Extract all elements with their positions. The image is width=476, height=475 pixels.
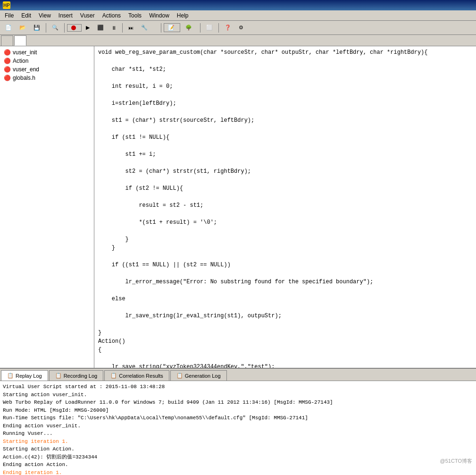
search-btn[interactable]: 🔍	[49, 22, 62, 34]
code-line-25: if ((st1 == NULL) || (st2 == NULL))	[96, 261, 474, 269]
tree-button[interactable]: 🌳	[181, 23, 198, 32]
play-btn[interactable]: ▶	[83, 22, 93, 34]
file-icon-globals: 🔴	[4, 75, 11, 81]
code-line-33: }	[96, 329, 474, 337]
pause-btn[interactable]: ⏸	[108, 22, 120, 34]
code-line-11	[96, 142, 474, 150]
sidebar: 🔴 vuser_init 🔴 Action 🔴 vuser_end 🔴 glob…	[0, 46, 94, 368]
menu-item-help[interactable]: Help	[173, 11, 192, 20]
bottom-tab-generation-log[interactable]: 📋Generation Log	[170, 370, 227, 381]
log-line-10: Ending action Action.	[3, 461, 473, 469]
file-icon-vuser-init: 🔴	[4, 49, 11, 56]
code-line-35: {	[96, 346, 474, 354]
tab-label: Replay Log	[16, 373, 42, 379]
tab-label: Correlation Results	[119, 373, 163, 379]
menu-item-insert[interactable]: Insert	[55, 11, 76, 20]
menu-item-window[interactable]: Window	[145, 11, 173, 20]
code-line-19	[96, 210, 474, 218]
tasks-button[interactable]	[152, 22, 159, 34]
code-line-20: *(st1 + result) = '\0';	[96, 218, 474, 227]
main-area: 🔴 vuser_init 🔴 Action 🔴 vuser_end 🔴 glob…	[0, 46, 476, 368]
log-line-6: Running Vuser...	[3, 430, 473, 438]
tab-icon: 📋	[55, 373, 62, 379]
bottom-tab-recording-log[interactable]: 📋Recording Log	[49, 370, 104, 381]
code-line-9	[96, 125, 474, 133]
open-btn[interactable]: 📂	[16, 22, 29, 34]
code-line-24	[96, 252, 474, 261]
settings-btn[interactable]: ⚙	[235, 22, 247, 34]
new-btn[interactable]: 📄	[2, 22, 15, 34]
menu-item-vuser[interactable]: Vuser	[76, 11, 99, 20]
tab-start-page[interactable]	[1, 35, 13, 46]
code-line-31: lr_save_string(lr_eval_string(st1), outp…	[96, 312, 474, 320]
code-line-13	[96, 159, 474, 167]
bottom-panel: 📋Replay Log📋Recording Log📋Correlation Re…	[0, 368, 476, 475]
globals-label: globals.h	[13, 75, 35, 81]
log-line-11: Ending iteration 1.	[3, 469, 473, 475]
compile-btn[interactable]: 🔧	[138, 22, 151, 34]
code-line-10: if (st1 != NULL){	[96, 133, 474, 142]
app-icon: HP	[3, 1, 10, 9]
code-line-12: st1 += i;	[96, 150, 474, 159]
bottom-tab-correlation-results[interactable]: 📋Correlation Results	[104, 370, 169, 381]
title-bar: HP	[0, 0, 476, 10]
log-line-2: Web Turbo Replay of LoadRunner 11.0.0 fo…	[3, 399, 473, 407]
code-line-6: i=strlen(leftBdry);	[96, 99, 474, 108]
file-icon-vuser-end: 🔴	[4, 66, 11, 73]
tree-icon: 🌳	[185, 25, 192, 31]
tab-label: Recording Log	[64, 373, 98, 379]
menu-item-file[interactable]: File	[1, 11, 17, 20]
sidebar-item-action[interactable]: 🔴 Action	[2, 57, 92, 65]
menu-item-edit[interactable]: Edit	[17, 11, 35, 20]
log-line-8: Starting action Action.	[3, 445, 473, 453]
script-button[interactable]: 📝	[164, 23, 180, 32]
code-line-16: if (st2 != NULL){	[96, 184, 474, 193]
code-line-23: }	[96, 244, 474, 252]
log-line-3: Run Mode: HTML [MsgId: MMSG-26000]	[3, 407, 473, 415]
code-line-8: st1 = (char*) strstr(sourceStr, leftBdry…	[96, 116, 474, 125]
code-line-30	[96, 303, 474, 312]
start-record-button[interactable]	[67, 24, 82, 32]
menu-bar: FileEditViewInsertVuserActionsToolsWindo…	[0, 10, 476, 21]
code-line-36	[96, 354, 474, 363]
log-area[interactable]: Virtual User Script started at : 2015-11…	[0, 381, 476, 475]
menu-item-view[interactable]: View	[35, 11, 55, 20]
layout-btn[interactable]: ⬜	[203, 22, 216, 34]
sep5	[200, 23, 200, 33]
tab-icon: 📋	[176, 373, 183, 379]
step-btn[interactable]: ⏭	[125, 22, 137, 34]
sep6	[218, 23, 219, 33]
tab-noname55[interactable]	[14, 35, 26, 46]
log-line-7: Starting iteration 1.	[3, 438, 473, 446]
tab-icon: 📋	[110, 373, 117, 379]
sep4	[161, 23, 161, 33]
vuser-end-label: vuser_end	[13, 66, 39, 73]
menu-item-actions[interactable]: Actions	[99, 11, 125, 20]
tab-bar	[0, 35, 476, 46]
code-line-2: char *st1, *st2;	[96, 65, 474, 74]
menu-item-tools[interactable]: Tools	[125, 11, 145, 20]
code-line-28	[96, 286, 474, 295]
sidebar-item-globals[interactable]: 🔴 globals.h	[2, 74, 92, 82]
tab-icon: 📋	[7, 373, 14, 379]
save-btn[interactable]: 💾	[30, 22, 43, 34]
sidebar-item-vuser-end[interactable]: 🔴 vuser_end	[2, 65, 92, 74]
sep3	[122, 23, 123, 33]
code-line-1	[96, 57, 474, 65]
code-line-22: }	[96, 235, 474, 244]
help-btn[interactable]: ❓	[221, 22, 234, 34]
code-line-18: result = st2 - st1;	[96, 201, 474, 210]
code-line-3	[96, 74, 474, 82]
code-line-34: Action()	[96, 337, 474, 346]
sidebar-item-vuser-init[interactable]: 🔴 vuser_init	[2, 48, 92, 57]
code-line-27: lr_error_message("Error: No substring fo…	[96, 278, 474, 286]
stop-btn[interactable]: ⬛	[94, 22, 107, 34]
bottom-tab-replay-log[interactable]: 📋Replay Log	[1, 370, 48, 381]
code-line-32	[96, 320, 474, 329]
code-line-14: st2 = (char*) strstr(st1, rightBdry);	[96, 167, 474, 176]
code-area[interactable]: void web_reg_save_param_custom(char *sou…	[94, 46, 476, 368]
log-line-0: Virtual User Script started at : 2015-11…	[3, 383, 473, 391]
file-icon-action: 🔴	[4, 58, 11, 64]
watermark: @51CTO博客	[440, 458, 472, 465]
sep1	[46, 23, 46, 33]
